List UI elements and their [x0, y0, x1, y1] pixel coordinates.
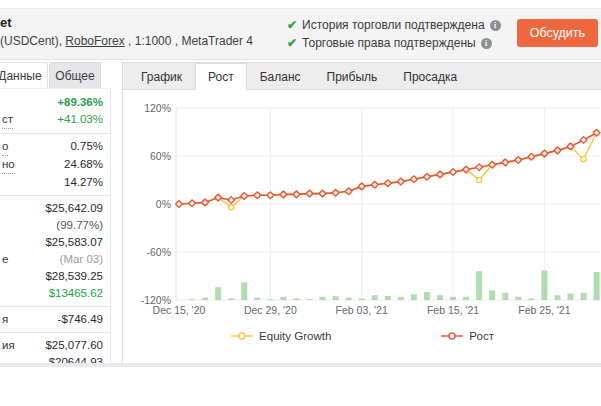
sidebar-stats-list: +89.36%ст+41.03%о0.75%но24.68%14.27%$25,… — [0, 94, 110, 363]
legend-label: Рост — [469, 330, 494, 342]
legend-item[interactable]: Equity Growth — [231, 330, 331, 342]
info-icon[interactable]: i — [481, 38, 492, 49]
tab-drawdown[interactable]: Просадка — [390, 63, 470, 89]
panel-bottom-edge — [0, 363, 601, 367]
sidebar-stat-row: е(Mar 03) — [0, 251, 110, 268]
info-icon[interactable]: i — [490, 20, 501, 31]
verification-label: Торговые права подтверждены — [302, 34, 476, 52]
verification-row: ✔ Торговые права подтверждены i — [287, 34, 501, 52]
chart-legend: Equity GrowthРост — [123, 330, 601, 342]
sidebar-stat-value: $25,583.07 — [45, 234, 103, 251]
sidebar-stat-label[interactable]: но — [2, 156, 15, 174]
svg-text:Dec 15, '20: Dec 15, '20 — [153, 304, 206, 316]
tab-profit[interactable]: Прибыль — [314, 63, 391, 89]
sidebar-stat-row: (99.77%) — [0, 217, 110, 234]
sidebar-stat-value: 0.75% — [70, 138, 103, 155]
legend-marker-icon — [441, 331, 463, 341]
sidebar-divider — [0, 306, 110, 307]
account-currency: (USDCent), — [0, 34, 65, 48]
sidebar-stat-row: +89.36% — [0, 94, 110, 111]
svg-text:0%: 0% — [156, 198, 171, 210]
tab-balance[interactable]: Баланс — [247, 63, 314, 89]
sidebar-stat-row: я-$746.49 — [0, 311, 110, 328]
legend-marker-icon — [231, 331, 253, 341]
tab-chart[interactable]: График — [128, 63, 195, 89]
growth-chart-svg: 120%60%0%-60%-120%Dec 15, '20Dec 29, '20… — [123, 90, 601, 363]
growth-chart[interactable]: 120%60%0%-60%-120%Dec 15, '20Dec 29, '20… — [123, 90, 601, 363]
sidebar-stat-label: я — [2, 311, 8, 328]
chart-tab-bar: График Рост Баланс Прибыль Просадка — [123, 63, 601, 90]
sidebar-stat-row: но24.68% — [0, 156, 110, 174]
sidebar-stat-value: 14.27% — [64, 174, 103, 191]
sidebar-stat-row: $28,539.25 — [0, 268, 110, 285]
sidebar-stat-value: +89.36% — [57, 94, 103, 111]
account-leverage-platform: , 1:1000 , MetaTrader 4 — [125, 34, 253, 48]
sidebar-stat-value: +41.03% — [57, 111, 103, 128]
sidebar-stat-row: о0.75% — [0, 138, 110, 156]
sidebar-divider — [0, 195, 110, 196]
svg-text:-60%: -60% — [146, 246, 171, 258]
sidebar-stat-value: $25,642.09 — [45, 200, 103, 217]
account-name: et — [0, 15, 12, 30]
sidebar-stat-row: $25,642.09 — [0, 200, 110, 217]
broker-link[interactable]: RoboForex — [65, 34, 124, 48]
sidebar-stat-value: $20644.93 — [49, 354, 103, 363]
account-details: (USDCent), RoboForex , 1:1000 , MetaTrad… — [0, 34, 253, 48]
sidebar-stat-row: $20644.93 — [0, 354, 110, 363]
sidebar-stat-value: 24.68% — [64, 156, 103, 173]
sidebar-stat-value: (Mar 03) — [60, 251, 103, 268]
sidebar-stat-value: $25,077.60 — [45, 337, 103, 354]
legend-label: Equity Growth — [259, 330, 331, 342]
sidebar-stat-value: $13465.62 — [49, 285, 103, 302]
sidebar-stats-panel: +89.36%ст+41.03%о0.75%но24.68%14.27%$25,… — [0, 88, 111, 363]
sidebar-stat-label[interactable]: ст — [2, 111, 13, 129]
svg-text:Feb 03, '21: Feb 03, '21 — [336, 304, 388, 316]
sidebar-stat-row: $13465.62 — [0, 285, 110, 302]
checkmark-icon: ✔ — [287, 34, 297, 52]
legend-item[interactable]: Рост — [441, 330, 494, 342]
account-header: et (USDCent), RoboForex , 1:1000 , MetaT… — [0, 8, 601, 60]
svg-text:60%: 60% — [150, 150, 171, 162]
sidebar-stat-row: ст+41.03% — [0, 111, 110, 129]
verification-label: История торговли подтверждена — [302, 16, 485, 34]
sidebar-stat-value: $28,539.25 — [45, 268, 103, 285]
tab-growth[interactable]: Рост — [195, 63, 247, 90]
verification-block: ✔ История торговли подтверждена i ✔ Торг… — [287, 16, 501, 52]
chart-panel: График Рост Баланс Прибыль Просадка 120%… — [122, 62, 601, 363]
sidebar-stat-label: ия — [2, 337, 15, 354]
sidebar-stat-row: 14.27% — [0, 174, 110, 191]
svg-text:Dec 29, '20: Dec 29, '20 — [244, 304, 297, 316]
svg-text:Feb 15, '21: Feb 15, '21 — [427, 304, 479, 316]
checkmark-icon: ✔ — [287, 16, 297, 34]
sidebar-stat-value: (99.77%) — [56, 217, 103, 234]
discuss-button[interactable]: Обсудить — [517, 19, 598, 47]
sidebar-tab-data[interactable]: Данные — [0, 62, 48, 89]
sidebar-stat-row: $25,583.07 — [0, 234, 110, 251]
sidebar-stat-label[interactable]: о — [2, 138, 8, 156]
svg-text:120%: 120% — [144, 102, 171, 114]
sidebar-divider — [0, 332, 110, 333]
sidebar-tab-general[interactable]: Общее — [49, 62, 101, 89]
sidebar-stat-value: -$746.49 — [58, 311, 103, 328]
sidebar-stat-row: ия$25,077.60 — [0, 337, 110, 354]
sidebar-divider — [0, 133, 110, 134]
verification-row: ✔ История торговли подтверждена i — [287, 16, 501, 34]
sidebar-stat-label: е — [2, 251, 8, 268]
svg-text:Feb 25, '21: Feb 25, '21 — [518, 304, 570, 316]
